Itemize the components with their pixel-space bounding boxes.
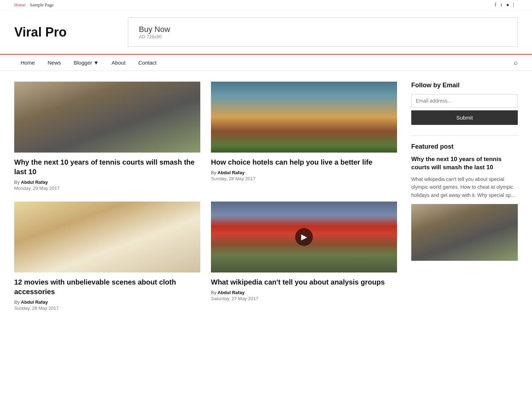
rss-icon[interactable]: ⎸: [514, 2, 518, 8]
nav-search[interactable]: ⌕: [514, 59, 518, 66]
featured-post-section: Featured post Why the next 10 years of t…: [411, 143, 518, 261]
article-1-date: Monday, 29 May 2017: [14, 186, 200, 191]
main-layout: Why the next 10 years of tennis courts w…: [0, 71, 532, 321]
article-3-title[interactable]: 12 movies with unbelievable scenes about…: [14, 277, 200, 297]
sidebar-divider: [411, 136, 518, 136]
article-2-date: Sunday, 28 May 2017: [211, 176, 397, 181]
ad-banner: Buy Now AD 728x90: [128, 17, 518, 47]
header: Viral Pro Buy Now AD 728x90: [0, 10, 532, 54]
article-card-1: Why the next 10 years of tennis courts w…: [14, 82, 200, 191]
play-button-icon[interactable]: ▶: [295, 228, 313, 246]
article-card-2: How choice hotels can help you live a be…: [211, 82, 397, 191]
article-3-date: Sunday, 28 May 2017: [14, 305, 200, 311]
site-title: Viral Pro: [14, 25, 114, 40]
top-bar: Home Sample Page f t ● ⎸: [0, 0, 532, 10]
featured-post-image[interactable]: [411, 204, 518, 261]
article-3-image[interactable]: [14, 202, 200, 272]
article-2-image[interactable]: [211, 82, 397, 153]
nav-blogger-chevron-icon: ▼: [93, 60, 99, 66]
submit-button[interactable]: Submit: [411, 110, 518, 125]
topbar-sample-link[interactable]: Sample Page: [30, 2, 54, 8]
article-1-title[interactable]: Why the next 10 years of tennis courts w…: [14, 158, 200, 177]
top-bar-social: f t ● ⎸: [495, 2, 518, 8]
featured-post-heading: Featured post: [411, 143, 518, 150]
email-input[interactable]: [411, 94, 518, 108]
article-4-author: Abdul Rafay: [218, 290, 245, 295]
article-4-image[interactable]: ▶: [211, 202, 397, 272]
facebook-icon[interactable]: f: [495, 2, 496, 8]
nav-about[interactable]: About: [105, 55, 132, 71]
article-3-meta: By Abdul Rafay: [14, 299, 200, 305]
article-3-author: Abdul Rafay: [21, 299, 48, 305]
nav-items: Home News Blogger ▼ About Contact: [14, 55, 163, 71]
article-1-image[interactable]: [14, 82, 200, 153]
article-card-3: 12 movies with unbelievable scenes about…: [14, 202, 200, 311]
nav-blogger-label: Blogger: [74, 60, 92, 66]
article-1-author: Abdul Rafay: [21, 180, 48, 185]
article-2-title[interactable]: How choice hotels can help you live a be…: [211, 158, 397, 167]
search-icon: ⌕: [514, 59, 518, 66]
article-2-author: Abdul Rafay: [218, 170, 245, 175]
top-bar-links: Home Sample Page: [14, 2, 54, 8]
ad-subtitle: AD 728x90: [139, 34, 507, 39]
article-2-meta: By Abdul Rafay: [211, 170, 397, 175]
featured-post-title[interactable]: Why the next 10 years of tennis courts w…: [411, 155, 518, 172]
follow-email-heading: Follow by Email: [411, 82, 518, 89]
follow-by-email-section: Follow by Email Submit: [411, 82, 518, 125]
nav-contact[interactable]: Contact: [132, 55, 163, 71]
nav-home[interactable]: Home: [14, 55, 41, 71]
article-4-meta: By Abdul Rafay: [211, 290, 397, 295]
google-icon[interactable]: ●: [506, 2, 509, 8]
twitter-icon[interactable]: t: [501, 2, 502, 8]
topbar-home-link[interactable]: Home: [14, 2, 26, 8]
article-4-date: Saturday, 27 May 2017: [211, 296, 397, 301]
nav-blogger[interactable]: Blogger ▼: [67, 55, 105, 71]
article-4-title[interactable]: What wikipedia can't tell you about anal…: [211, 277, 397, 287]
main-nav: Home News Blogger ▼ About Contact ⌕: [0, 54, 532, 71]
content-area: Why the next 10 years of tennis courts w…: [14, 82, 397, 311]
nav-news[interactable]: News: [41, 55, 67, 71]
sidebar: Follow by Email Submit Featured post Why…: [411, 82, 518, 311]
ad-title: Buy Now: [139, 25, 507, 34]
article-card-4: ▶ What wikipedia can't tell you about an…: [211, 202, 397, 311]
featured-post-excerpt: What wikipedia can't tell you about spec…: [411, 175, 518, 199]
article-1-meta: By Abdul Rafay: [14, 180, 200, 185]
